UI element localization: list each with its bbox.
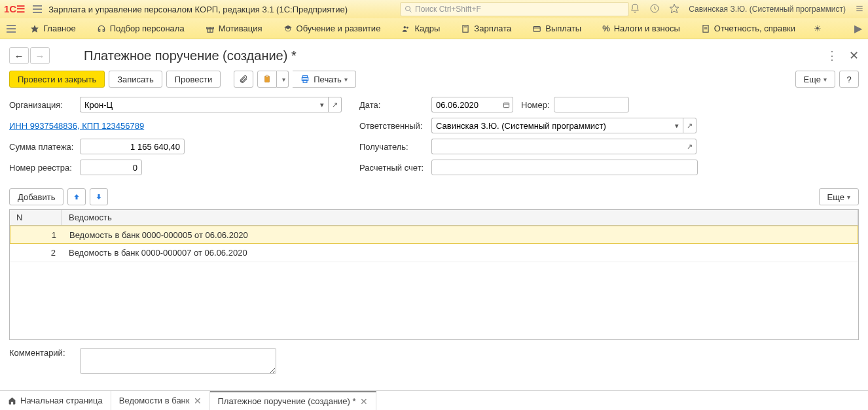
col-n[interactable]: N — [10, 210, 62, 225]
table-more-button[interactable]: Еще▾ — [819, 188, 859, 205]
paste-dropdown[interactable]: ▾ — [277, 71, 289, 88]
arrow-up-icon — [73, 193, 81, 201]
date-input[interactable] — [431, 97, 500, 112]
menu-label: Налоги и взносы — [614, 24, 680, 33]
menu-taxes[interactable]: %Налоги и взносы — [592, 18, 691, 39]
global-search[interactable]: Поиск Ctrl+Shift+F — [400, 2, 629, 16]
calendar-icon — [503, 101, 510, 109]
table-row[interactable]: 2 Ведомость в банк 0000-000007 от 06.06.… — [10, 244, 858, 262]
cell-vedomost: Ведомость в банк 0000-000007 от 06.06.20… — [62, 245, 858, 260]
org-dropdown[interactable]: ▾ — [316, 97, 329, 112]
recipient-input[interactable] — [431, 139, 683, 154]
add-row-button[interactable]: Добавить — [9, 188, 63, 205]
more-button[interactable]: Еще▾ — [795, 71, 835, 88]
star-icon — [30, 24, 39, 33]
attach-button[interactable] — [234, 71, 253, 88]
menu-label: Главное — [43, 24, 76, 33]
account-input[interactable] — [431, 160, 698, 175]
help-button[interactable]: ? — [839, 71, 859, 88]
rows-table: N Ведомость 1 Ведомость в банк 0000-0000… — [9, 209, 859, 340]
menu-recruitment[interactable]: Подбор персонала — [86, 18, 195, 39]
close-icon[interactable]: ✕ — [849, 48, 859, 63]
tab-payment-order[interactable]: Платежное поручение (создание) * ✕ — [210, 391, 376, 410]
move-down-button[interactable] — [90, 188, 108, 205]
print-button[interactable]: Печать▾ — [293, 71, 356, 88]
menu-reports[interactable]: Отчетность, справки — [691, 18, 806, 39]
resp-input[interactable] — [431, 118, 670, 133]
menu-label: Подбор персонала — [110, 24, 185, 33]
logo-1c: 1C☰ — [4, 3, 25, 15]
number-input[interactable] — [554, 97, 629, 112]
resp-dropdown[interactable]: ▾ — [670, 118, 683, 133]
svg-point-11 — [404, 26, 407, 28]
menu-training[interactable]: Обучение и развитие — [273, 18, 391, 39]
menu-salary[interactable]: Зарплата — [450, 18, 522, 39]
cell-vedomost: Ведомость в банк 0000-000005 от 06.06.20… — [63, 228, 858, 243]
svg-marker-7 — [31, 25, 39, 33]
current-user[interactable]: Савинская З.Ю. (Системный программист) — [689, 5, 846, 14]
sum-input[interactable] — [80, 139, 185, 154]
tab-vedomosti[interactable]: Ведомости в банк ✕ — [111, 391, 210, 410]
comment-input[interactable] — [80, 348, 276, 374]
tab-label: Ведомости в банк — [119, 396, 190, 405]
star-icon[interactable] — [669, 3, 679, 16]
menu-label: Зарплата — [474, 24, 511, 33]
menu-main[interactable]: Главное — [20, 18, 86, 39]
save-button[interactable]: Записать — [109, 71, 162, 88]
svg-point-12 — [407, 26, 408, 28]
menu-extra-icon[interactable]: ☀ — [806, 24, 829, 33]
tab-home[interactable]: Начальная страница — [0, 391, 111, 410]
inn-kpp-link[interactable]: ИНН 9937548836, КПП 123456789 — [9, 121, 144, 131]
org-input[interactable] — [80, 97, 316, 112]
account-label: Расчетный счет: — [359, 163, 431, 173]
post-and-close-button[interactable]: Провести и закрыть — [9, 71, 105, 88]
svg-point-0 — [406, 7, 410, 11]
more-actions-icon[interactable]: ⋮ — [826, 48, 839, 63]
wallet-icon — [532, 24, 541, 33]
tab-label: Начальная страница — [20, 396, 103, 405]
registry-input[interactable] — [80, 160, 142, 175]
hamburger-icon[interactable] — [30, 3, 45, 16]
menu-motivation[interactable]: Мотивация — [195, 18, 273, 39]
window-tabs: Начальная страница Ведомости в банк ✕ Пл… — [0, 390, 868, 410]
post-button[interactable]: Провести — [166, 71, 221, 88]
recipient-open[interactable]: ↗ — [683, 139, 696, 154]
col-vedomost[interactable]: Ведомость — [62, 210, 858, 225]
sum-label: Сумма платежа: — [9, 142, 80, 152]
more-label: Еще — [804, 75, 821, 84]
nav-forward-button[interactable]: → — [30, 47, 50, 64]
menu-label: Кадры — [414, 24, 440, 33]
move-up-button[interactable] — [67, 188, 86, 205]
settings-icon[interactable] — [855, 4, 864, 15]
table-toolbar: Добавить Еще▾ — [9, 188, 859, 205]
org-open[interactable]: ↗ — [329, 97, 342, 112]
graduation-icon — [283, 24, 293, 33]
svg-line-1 — [410, 10, 412, 12]
comment-label: Комментарий: — [9, 348, 80, 358]
headset-icon — [97, 24, 106, 33]
table-more-label: Еще — [827, 192, 844, 202]
menu-label: Обучение и развитие — [297, 24, 381, 33]
menu-scroll-right[interactable]: ▶ — [852, 22, 864, 35]
org-label: Организация: — [9, 100, 80, 110]
sections-icon[interactable] — [4, 22, 18, 35]
table-row[interactable]: 1 Ведомость в банк 0000-000005 от 06.06.… — [10, 226, 858, 244]
clipboard-icon — [262, 75, 272, 84]
tab-close-icon[interactable]: ✕ — [194, 396, 202, 406]
menu-label: Мотивация — [219, 24, 262, 33]
resp-label: Ответственный: — [359, 121, 431, 131]
arrow-down-icon — [95, 193, 103, 201]
paste-button[interactable] — [257, 71, 277, 88]
svg-rect-13 — [463, 25, 468, 32]
comment-row: Комментарий: — [9, 348, 859, 374]
form-fields: Организация: ▾ ↗ ИНН 9937548836, КПП 123… — [9, 97, 859, 180]
menu-payments[interactable]: Выплаты — [522, 18, 592, 39]
date-picker-button[interactable] — [500, 97, 513, 112]
menu-hr[interactable]: Кадры — [391, 18, 450, 39]
nav-back-button[interactable]: ← — [9, 47, 29, 64]
history-icon[interactable] — [649, 3, 660, 16]
resp-open[interactable]: ↗ — [683, 118, 696, 133]
tab-close-icon[interactable]: ✕ — [360, 396, 368, 407]
bell-icon[interactable] — [630, 3, 640, 16]
people-icon — [401, 24, 410, 33]
